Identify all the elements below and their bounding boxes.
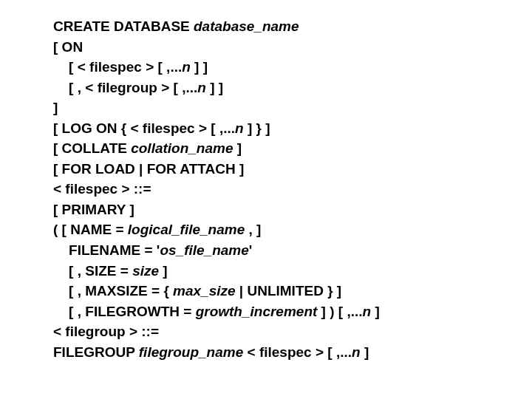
param-n: n — [352, 344, 361, 360]
param-n: n — [363, 304, 372, 319]
kw-name: ( [ NAME = — [53, 222, 128, 237]
line-filegroup-opt: [ , < filegroup > [ ,...n ] ] — [53, 78, 532, 98]
seg-filespec-a: [ < filespec > [ ,... — [53, 59, 182, 75]
line-filegroup-def: < filegroup > ::= — [53, 321, 532, 342]
param-n: n — [182, 59, 191, 75]
kw-log-on-a: [ LOG ON { < filespec > [ ,... — [53, 120, 235, 136]
param-os-file-name: os_file_name — [160, 242, 248, 258]
line-size: [ , SIZE = size ] — [53, 261, 532, 282]
param-n: n — [235, 120, 244, 136]
kw-filegrowth: [ , FILEGROWTH = — [53, 304, 196, 319]
close-filename: ' — [249, 242, 253, 258]
line-on: [ ON — [53, 37, 532, 58]
param-size: size — [132, 263, 159, 279]
line-primary: [ PRIMARY ] — [53, 200, 532, 220]
kw-filegroup: FILEGROUP — [53, 344, 139, 360]
seg-filegroup-a: [ , < filegroup > [ ,... — [53, 80, 197, 95]
line-name: ( [ NAME = logical_file_name , ] — [53, 219, 532, 240]
close-n: ] — [371, 304, 380, 319]
kw-for: [ FOR LOAD | FOR ATTACH ] — [53, 161, 244, 177]
kw-maxsize: [ , MAXSIZE = { — [53, 283, 173, 299]
kw-size: [ , SIZE = — [53, 263, 132, 279]
line-log-on: [ LOG ON { < filespec > [ ,...n ] } ] — [53, 118, 532, 139]
kw-log-on-c: ] } ] — [244, 120, 270, 136]
line-create: CREATE DATABASE database_name — [53, 16, 532, 37]
param-growth-increment: growth_increment — [196, 304, 318, 319]
param-collation-name: collation_name — [131, 140, 233, 156]
kw-primary: [ PRIMARY ] — [53, 202, 134, 217]
kw-filename: FILENAME = ' — [53, 242, 160, 258]
close-filegrowth: ] ) [ ,... — [317, 304, 362, 319]
close-bracket: ] — [53, 100, 58, 115]
def-filegroup: < filegroup > ::= — [53, 324, 159, 339]
param-filegroup-name: filegroup_name — [139, 344, 243, 360]
param-n: n — [197, 80, 206, 95]
seg-filegroup-tail: < filespec > [ ,... — [243, 344, 352, 360]
kw-create: CREATE DATABASE — [53, 18, 194, 34]
line-for: [ FOR LOAD | FOR ATTACH ] — [53, 159, 532, 180]
kw-on: [ ON — [53, 39, 83, 55]
line-filename: FILENAME = 'os_file_name' — [53, 240, 532, 261]
line-filespec-opt: [ < filespec > [ ,...n ] ] — [53, 57, 532, 78]
kw-collate: [ COLLATE — [53, 140, 131, 156]
param-logical-file-name: logical_file_name — [128, 222, 245, 237]
close-name: , ] — [245, 222, 261, 237]
param-max-size: max_size — [173, 283, 236, 299]
line-filegroup: FILEGROUP filegroup_name < filespec > [ … — [53, 342, 532, 363]
line-close-bracket: ] — [53, 98, 532, 118]
close-size: ] — [159, 263, 168, 279]
close-n: ] — [361, 344, 369, 360]
line-filegrowth: [ , FILEGROWTH = growth_increment ] ) [ … — [53, 301, 532, 322]
seg-filegroup-c: ] ] — [206, 80, 223, 95]
param-database-name: database_name — [194, 18, 299, 34]
def-filespec: < filespec > ::= — [53, 181, 151, 197]
close-collate: ] — [233, 140, 242, 156]
line-collate: [ COLLATE collation_name ] — [53, 138, 532, 159]
line-filespec-def: < filespec > ::= — [53, 179, 532, 200]
syntax-block: CREATE DATABASE database_name [ ON [ < f… — [0, 0, 532, 362]
close-maxsize: | UNLIMITED } ] — [236, 283, 342, 299]
line-maxsize: [ , MAXSIZE = { max_size | UNLIMITED } ] — [53, 281, 532, 301]
seg-filespec-c: ] ] — [191, 59, 208, 75]
